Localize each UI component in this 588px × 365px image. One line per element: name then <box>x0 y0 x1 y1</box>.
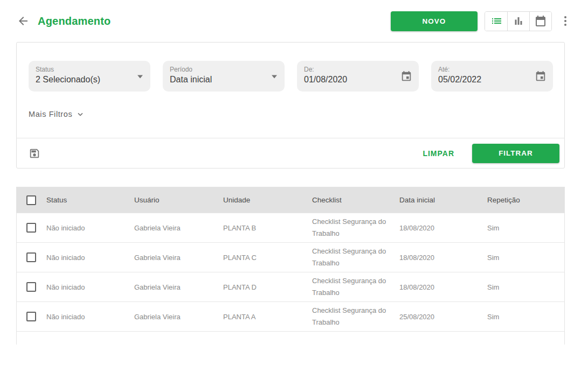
filtrar-button[interactable]: FILTRAR <box>472 144 559 163</box>
calendar-view-button[interactable] <box>529 12 551 31</box>
cell-repeticao: Sim <box>487 283 564 291</box>
column-header-data-inicial: Data inicial <box>399 196 487 204</box>
table-next-row-edge <box>17 331 564 345</box>
calendar-icon <box>534 15 547 27</box>
calendar-picker-icon[interactable] <box>535 71 547 82</box>
chevron-down-icon <box>272 75 277 78</box>
table-body: Não iniciado Gabriela Vieira PLANTA B Ch… <box>17 213 564 331</box>
limpar-button[interactable]: LIMPAR <box>423 149 454 158</box>
row-checkbox[interactable] <box>26 252 36 262</box>
cell-usuario: Gabriela Vieira <box>134 283 223 291</box>
row-checkbox[interactable] <box>26 223 36 233</box>
cell-checklist: Checklist Segurança do Trabalho <box>312 216 393 240</box>
column-header-repeticao: Repetição <box>487 196 564 204</box>
view-toggle-group <box>485 11 552 31</box>
cell-repeticao: Sim <box>487 224 564 232</box>
cell-repeticao: Sim <box>487 254 564 262</box>
date-to-label: Até: <box>438 66 531 73</box>
row-checkbox[interactable] <box>26 312 36 321</box>
filter-panel: Status 2 Selecionado(s) Período Data ini… <box>16 42 565 169</box>
chevron-down-icon <box>76 110 85 118</box>
table-row[interactable]: Não iniciado Gabriela Vieira PLANTA D Ch… <box>17 272 564 301</box>
periodo-value: Data inicial <box>170 75 263 85</box>
list-icon <box>490 15 503 27</box>
status-value: 2 Selecionado(s) <box>36 75 129 85</box>
periodo-label: Período <box>170 66 263 73</box>
date-from-value: 01/08/2020 <box>304 75 397 85</box>
cell-usuario: Gabriela Vieira <box>134 224 223 232</box>
mais-filtros-button[interactable]: Mais Filtros <box>29 110 85 118</box>
agendamento-page: Agendamento NOVO <box>0 0 588 365</box>
filter-actions-row: LIMPAR FILTRAR <box>17 138 564 168</box>
cell-data-inicial: 25/08/2020 <box>399 313 487 321</box>
periodo-select[interactable]: Período Data inicial <box>163 61 285 92</box>
column-header-checklist: Checklist <box>312 196 399 204</box>
agendamentos-table: Status Usuário Unidade Checklist Data in… <box>16 187 565 345</box>
cell-status: Não iniciado <box>46 283 134 291</box>
select-all-checkbox[interactable] <box>26 195 36 205</box>
row-checkbox-cell <box>17 312 46 321</box>
cell-status: Não iniciado <box>46 224 134 232</box>
date-to-field[interactable]: Até: 05/02/2022 <box>431 61 553 92</box>
table-row[interactable]: Não iniciado Gabriela Vieira PLANTA A Ch… <box>17 301 564 331</box>
status-select[interactable]: Status 2 Selecionado(s) <box>29 61 150 92</box>
date-from-field[interactable]: De: 01/08/2020 <box>297 61 419 92</box>
column-header-unidade: Unidade <box>223 196 312 204</box>
column-header-status: Status <box>46 196 134 204</box>
cell-repeticao: Sim <box>487 313 564 321</box>
arrow-left-icon <box>17 15 30 27</box>
row-checkbox-cell <box>17 223 46 233</box>
cell-unidade: PLANTA C <box>223 254 312 262</box>
table-header-row: Status Usuário Unidade Checklist Data in… <box>17 187 564 213</box>
calendar-picker-icon[interactable] <box>400 71 412 82</box>
kebab-menu-icon <box>564 16 566 26</box>
chart-view-button[interactable] <box>507 12 529 31</box>
row-checkbox-cell <box>17 252 46 262</box>
cell-status: Não iniciado <box>46 254 134 262</box>
save-icon <box>29 148 40 159</box>
row-checkbox[interactable] <box>26 282 36 292</box>
filter-fields-row: Status 2 Selecionado(s) Período Data ini… <box>17 43 564 92</box>
cell-checklist: Checklist Segurança do Trabalho <box>312 245 393 269</box>
back-button[interactable] <box>16 14 30 28</box>
cell-data-inicial: 18/08/2020 <box>399 283 487 291</box>
cell-checklist: Checklist Segurança do Trabalho <box>312 275 393 299</box>
cell-data-inicial: 18/08/2020 <box>399 224 487 232</box>
novo-button[interactable]: NOVO <box>391 11 478 31</box>
table-row[interactable]: Não iniciado Gabriela Vieira PLANTA B Ch… <box>17 213 564 242</box>
cell-usuario: Gabriela Vieira <box>134 313 223 321</box>
cell-unidade: PLANTA A <box>223 313 312 321</box>
mais-filtros-label: Mais Filtros <box>29 110 72 118</box>
row-checkbox-cell <box>17 282 46 292</box>
cell-usuario: Gabriela Vieira <box>134 254 223 262</box>
list-view-button[interactable] <box>485 12 507 31</box>
bar-chart-icon <box>512 15 525 27</box>
select-all-cell <box>17 195 46 205</box>
cell-unidade: PLANTA B <box>223 224 312 232</box>
date-from-label: De: <box>304 66 397 73</box>
table-row[interactable]: Não iniciado Gabriela Vieira PLANTA C Ch… <box>17 242 564 272</box>
cell-unidade: PLANTA D <box>223 283 312 291</box>
more-options-button[interactable] <box>558 11 572 31</box>
date-to-value: 05/02/2022 <box>438 75 531 85</box>
cell-checklist: Checklist Segurança do Trabalho <box>312 305 393 328</box>
status-label: Status <box>36 66 129 73</box>
cell-status: Não iniciado <box>46 313 134 321</box>
save-filter-button[interactable] <box>29 148 40 159</box>
column-header-usuario: Usuário <box>134 196 223 204</box>
page-title: Agendamento <box>38 15 111 27</box>
cell-data-inicial: 18/08/2020 <box>399 254 487 262</box>
chevron-down-icon <box>137 75 143 78</box>
page-header: Agendamento NOVO <box>0 0 588 42</box>
